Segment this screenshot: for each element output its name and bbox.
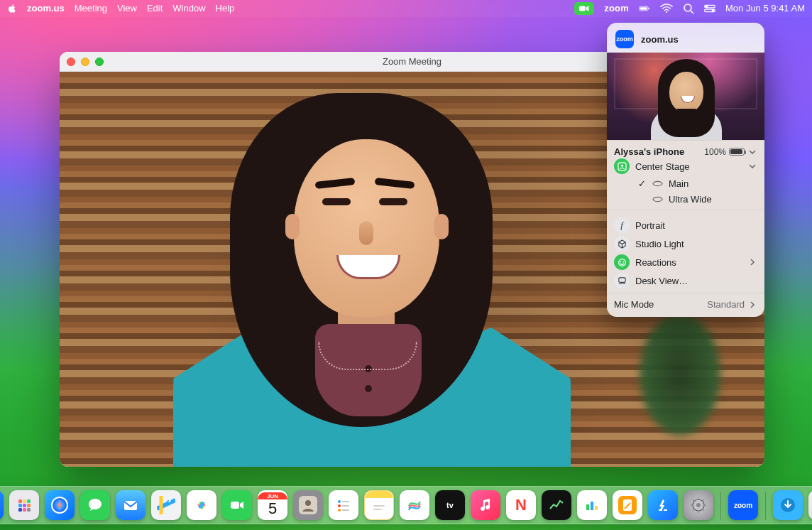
app-menu[interactable]: zoom.us [27, 0, 65, 17]
window-minimize-button[interactable] [81, 58, 89, 66]
svg-rect-48 [342, 501, 349, 502]
panel-app-name: zoom.us [641, 34, 679, 45]
mic-mode-row[interactable]: Mic Mode Standard [607, 293, 764, 317]
dock-zoom[interactable]: zoom [728, 490, 758, 520]
dock-facetime[interactable] [222, 490, 252, 520]
dock-messages[interactable] [80, 490, 110, 520]
dock-numbers[interactable] [577, 490, 607, 520]
svg-point-47 [338, 500, 341, 503]
dock-mail[interactable] [116, 490, 146, 520]
portrait-label: Portrait [635, 220, 757, 231]
svg-point-51 [338, 509, 341, 512]
menu-help[interactable]: Help [216, 0, 235, 17]
svg-rect-27 [23, 504, 26, 507]
svg-point-14 [620, 261, 621, 262]
dock-contacts[interactable] [293, 490, 323, 520]
apple-menu-icon[interactable] [7, 4, 17, 13]
mic-mode-value: Standard [707, 299, 745, 310]
dock-separator [720, 492, 721, 520]
reactions-label: Reactions [635, 257, 742, 268]
dock-appletv[interactable]: tv [435, 490, 465, 520]
dock-maps[interactable] [151, 490, 181, 520]
check-icon: ✓ [637, 178, 647, 189]
center-stage-disclosure-icon[interactable] [747, 161, 757, 171]
participant-illustration [145, 72, 585, 467]
dock-pages[interactable] [613, 490, 642, 520]
center-stage-icon [614, 158, 630, 174]
svg-rect-54 [373, 509, 382, 510]
svg-rect-36 [124, 501, 137, 510]
svg-rect-16 [618, 277, 625, 282]
menu-meeting[interactable]: Meeting [75, 0, 107, 17]
camera-option-label: Main [669, 178, 757, 189]
lens-icon [652, 195, 663, 203]
dock-photos[interactable] [187, 490, 216, 520]
battery-icon [729, 148, 745, 156]
svg-point-15 [622, 261, 624, 262]
spotlight-icon[interactable] [683, 3, 694, 14]
svg-rect-28 [27, 504, 31, 507]
portrait-row[interactable]: f Portrait [614, 216, 757, 234]
dock-music[interactable] [471, 490, 500, 520]
camera-option-ultrawide[interactable]: Ultra Wide [637, 191, 757, 207]
svg-rect-60 [595, 506, 598, 510]
svg-point-49 [338, 504, 341, 507]
menu-view[interactable]: View [117, 0, 137, 17]
dock-reminders[interactable] [329, 490, 358, 520]
camera-battery-percent: 100% [704, 147, 726, 157]
desk-view-row[interactable]: Desk View… [614, 271, 757, 290]
svg-rect-26 [18, 504, 22, 507]
dock-settings[interactable] [684, 490, 713, 520]
battery-status-icon[interactable] [639, 3, 650, 14]
control-center-icon[interactable] [704, 3, 715, 14]
dock-finder[interactable] [0, 490, 4, 520]
dock-stocks[interactable] [542, 490, 571, 520]
window-close-button[interactable] [67, 58, 75, 66]
aperture-icon: f [614, 217, 630, 233]
menubar-zoom-label[interactable]: zoom [604, 0, 629, 17]
window-title: Zoom Meeting [383, 56, 441, 67]
dock-downloads[interactable] [773, 490, 803, 520]
studio-light-label: Studio Light [635, 239, 757, 249]
svg-point-45 [305, 500, 311, 506]
camera-device-name: Alyssa's iPhone [614, 146, 684, 157]
center-stage-row[interactable]: Center Stage [614, 157, 757, 175]
dock-freeform[interactable] [400, 490, 429, 520]
desk-view-icon [614, 273, 630, 288]
svg-point-8 [706, 6, 707, 7]
menu-window[interactable]: Window [172, 0, 205, 17]
camera-preview [607, 53, 764, 140]
dock-calendar[interactable]: JUN5 [258, 490, 287, 520]
preview-person-illustration [645, 56, 728, 140]
svg-rect-31 [27, 508, 31, 512]
wifi-status-icon[interactable] [660, 4, 673, 13]
camera-option-label: Ultra Wide [669, 194, 757, 205]
svg-point-4 [666, 11, 667, 13]
menu-edit[interactable]: Edit [147, 0, 163, 17]
dock-notes[interactable] [364, 490, 394, 520]
dock-news[interactable]: N [506, 490, 536, 520]
dock-safari[interactable] [45, 490, 75, 520]
svg-rect-59 [591, 502, 593, 510]
center-stage-label: Center Stage [635, 161, 742, 172]
desktop: zoom.us Meeting View Edit Window Help zo… [0, 0, 812, 530]
dock-launchpad[interactable] [9, 490, 39, 520]
zoom-video-status-icon[interactable] [574, 2, 594, 15]
window-zoom-button[interactable] [95, 58, 104, 66]
svg-rect-29 [18, 508, 22, 512]
device-disclosure-icon[interactable] [747, 147, 757, 157]
dock-trash[interactable] [808, 490, 812, 520]
svg-rect-23 [18, 499, 22, 503]
studio-light-row[interactable]: Studio Light [614, 234, 757, 253]
menubar-clock[interactable]: Mon Jun 5 9:41 AM [725, 0, 805, 17]
calendar-month: JUN [258, 492, 287, 499]
svg-point-5 [684, 4, 691, 11]
svg-rect-25 [27, 499, 31, 503]
zoom-app-icon: zoom [615, 30, 634, 48]
camera-option-main[interactable]: ✓ Main [637, 175, 757, 191]
svg-line-6 [691, 11, 693, 13]
svg-rect-52 [342, 509, 349, 511]
desk-view-label: Desk View… [635, 276, 757, 286]
dock-appstore[interactable] [648, 490, 678, 520]
reactions-row[interactable]: Reactions [614, 253, 757, 271]
